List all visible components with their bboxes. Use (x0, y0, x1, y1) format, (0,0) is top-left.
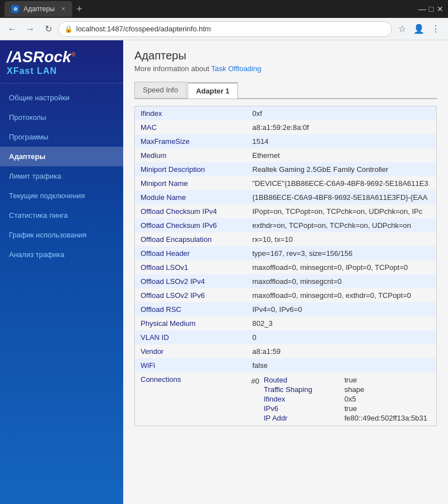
row-value: type=167, rev=3, size=156/156 (247, 246, 437, 260)
table-row: VLAN ID 0 (135, 330, 437, 344)
row-value: maxoffload=0, minsegcnt=0 (247, 274, 437, 288)
forward-button[interactable]: → (22, 21, 38, 37)
row-key: Physical Medium (135, 316, 247, 330)
sidebar: /ASRock® XFast LAN Общие настройки Прото… (0, 40, 123, 504)
browser-tab-active[interactable]: ⚙ Адаптеры × (4, 1, 72, 17)
account-button[interactable]: 👤 (411, 21, 427, 37)
conn-val-ipaddr: fe80::49ed:502ff13a:5b31 (344, 414, 427, 422)
row-value: {1BB86ECE-C6A9-4BF8-9692-5E18A611E3FD}-{… (247, 190, 437, 204)
conn-key-ipaddr: IP Addr (264, 414, 342, 422)
task-offloading-info: More information about Task Offloading (134, 64, 437, 73)
table-row: Offload LSOv2 IPv6 maxoffload=0, minsegc… (135, 288, 437, 302)
connections-wrapper: #0 Routed true Traffic Shaping shape Ifi… (247, 372, 437, 426)
sidebar-item-adapters[interactable]: Адаптеры (0, 147, 123, 166)
sidebar-item-general[interactable]: Общие настройки (0, 88, 123, 108)
row-value: Ethernet (247, 148, 437, 162)
table-row: Miniport Description Realtek Gaming 2.5G… (135, 162, 437, 176)
tab-favicon: ⚙ (11, 5, 19, 13)
row-key: Ifindex (135, 106, 247, 121)
row-key: Offload Encapsulation (135, 232, 247, 246)
connections-label: Connections (135, 372, 247, 426)
row-value: Realtek Gaming 2.5GbE Family Controller (247, 162, 437, 176)
table-row: Miniport Name "DEVICE"{1BB86ECE-C6A9-4BF… (135, 176, 437, 190)
table-row: MaxFrameSize 1514 (135, 134, 437, 148)
content-area: Адаптеры More information about Task Off… (123, 40, 448, 504)
table-row: Offload Encapsulation rx=10, tx=10 (135, 232, 437, 246)
adapter-data-table: Ifindex 0xf MAC a8:a1:59:2e:8a:0f MaxFra… (134, 106, 437, 426)
logo-xfast: XFast LAN (7, 66, 116, 76)
row-value: a8:a1:59 (247, 344, 437, 358)
bookmark-button[interactable]: ☆ (394, 21, 410, 37)
nav-menu: Общие настройки Протоколы Программы Адап… (0, 83, 123, 504)
connection-index: #0 (247, 376, 264, 386)
row-key: Medium (135, 148, 247, 162)
row-key: Offload RSC (135, 302, 247, 316)
sidebar-item-connections[interactable]: Текущие подключения (0, 186, 123, 206)
lock-icon: 🔒 (64, 25, 73, 33)
connection-item: #0 Routed true Traffic Shaping shape Ifi… (247, 375, 437, 423)
task-offloading-link[interactable]: Task Offloading (211, 64, 261, 73)
sidebar-item-traffic-analysis[interactable]: Анализ трафика (0, 245, 123, 264)
table-row: Vendor a8:a1:59 (135, 344, 437, 358)
row-key: Offload Header (135, 246, 247, 260)
row-key: MAC (135, 120, 247, 134)
row-value: 802_3 (247, 316, 437, 330)
reload-button[interactable]: ↻ (40, 21, 56, 37)
conn-key-ipv6: IPv6 (264, 404, 342, 413)
browser-toolbar: ← → ↻ 🔒 ☆ 👤 ⋮ (0, 18, 448, 40)
sidebar-item-ping-stats[interactable]: Статистика пинга (0, 206, 123, 225)
toolbar-right: ☆ 👤 ⋮ (394, 21, 444, 37)
window-controls: — □ ✕ (419, 6, 444, 12)
main-layout: /ASRock® XFast LAN Общие настройки Прото… (0, 40, 448, 504)
sidebar-item-traffic-limit[interactable]: Лимит трафика (0, 166, 123, 186)
more-info-text: More information about (134, 64, 209, 73)
row-key: Offload LSOv2 IPv4 (135, 274, 247, 288)
table-row: Module Name {1BB86ECE-C6A9-4BF8-9692-5E1… (135, 190, 437, 204)
row-key: Offload LSOv1 (135, 260, 247, 274)
table-row: Offload LSOv1 maxoffload=0, minsegcnt=0,… (135, 260, 437, 274)
row-key: VLAN ID (135, 330, 247, 344)
row-key: Offload Checksum IPv4 (135, 204, 247, 218)
back-button[interactable]: ← (4, 21, 20, 37)
conn-val-routed: true (344, 376, 427, 384)
sidebar-item-protocols[interactable]: Протоколы (0, 108, 123, 127)
logo-area: /ASRock® XFast LAN (0, 40, 123, 83)
browser-tab-bar: ⚙ Адаптеры × + (4, 1, 419, 17)
row-value: "DEVICE"{1BB86ECE-C6A9-4BF8-9692-5E18A61… (247, 176, 437, 190)
table-row: Physical Medium 802_3 (135, 316, 437, 330)
new-tab-button[interactable]: + (77, 3, 83, 15)
tab-title: Адаптеры (24, 5, 55, 13)
row-value: rx=10, tx=10 (247, 232, 437, 246)
address-bar-wrapper: 🔒 (58, 21, 392, 37)
sidebar-item-usage-graph[interactable]: График использования (0, 225, 123, 245)
row-value: IPopt=on, TCPopt=on, TCPchk=on, UDPchk=o… (247, 204, 437, 218)
table-row: Medium Ethernet (135, 148, 437, 162)
row-key: MaxFrameSize (135, 134, 247, 148)
row-value: IPv4=0, IPv6=0 (247, 302, 437, 316)
row-value: 0xf (247, 106, 437, 121)
browser-menu-button[interactable]: ⋮ (428, 21, 444, 37)
row-value: exthdr=on, TCPopt=on, TCPchk=on, UDPchk=… (247, 218, 437, 232)
connection-details: Routed true Traffic Shaping shape Ifinde… (264, 376, 427, 422)
close-window-button[interactable]: ✕ (437, 6, 444, 12)
address-bar-input[interactable] (76, 25, 386, 33)
row-value: a8:a1:59:2e:8a:0f (247, 120, 437, 134)
row-value: 0 (247, 330, 437, 344)
row-key: Module Name (135, 190, 247, 204)
sidebar-item-programs[interactable]: Программы (0, 127, 123, 147)
page-title: Адаптеры (134, 49, 437, 62)
close-tab-button[interactable]: × (62, 5, 66, 13)
tab-adapter-1[interactable]: Adapter 1 (188, 82, 238, 99)
table-row: Offload LSOv2 IPv4 maxoffload=0, minsegc… (135, 274, 437, 288)
tab-speed-info[interactable]: Speed Info (134, 82, 186, 98)
row-value: false (247, 358, 437, 372)
connections-row: Connections #0 Routed true Traffic Shapi… (135, 372, 437, 426)
minimize-button[interactable]: — (419, 6, 426, 12)
maximize-button[interactable]: □ (428, 6, 435, 12)
table-row: Offload Checksum IPv6 exthdr=on, TCPopt=… (135, 218, 437, 232)
table-row: Offload Header type=167, rev=3, size=156… (135, 246, 437, 260)
window-titlebar: ⚙ Адаптеры × + — □ ✕ (0, 0, 448, 18)
row-value: 1514 (247, 134, 437, 148)
conn-key-traffic-shaping: Traffic Shaping (264, 385, 342, 394)
row-key: Offload LSOv2 IPv6 (135, 288, 247, 302)
